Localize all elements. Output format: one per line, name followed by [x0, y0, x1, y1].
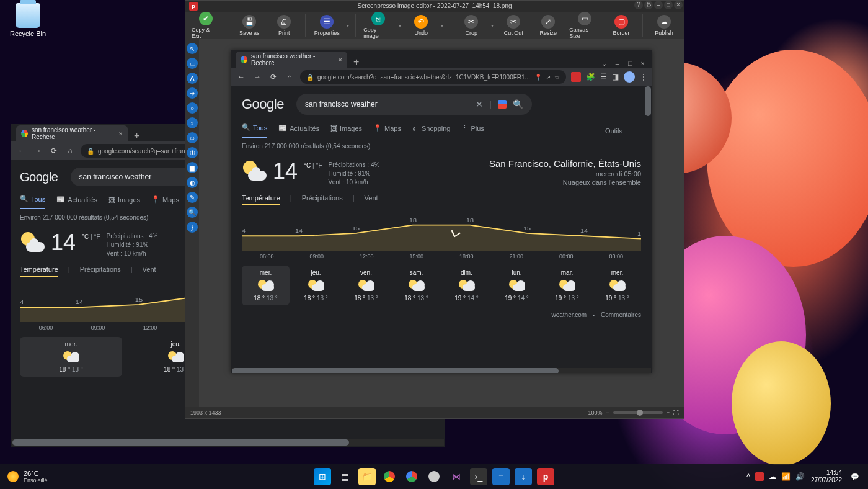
chrome-beta-button[interactable]: [425, 468, 443, 485]
subtab-wind[interactable]: Vent: [143, 266, 156, 277]
start-button[interactable]: ⊞: [314, 468, 331, 485]
day-card[interactable]: jeu. 18 ° 13 °: [292, 266, 340, 305]
tab-all[interactable]: 🔍Tous: [242, 123, 267, 138]
tab-maps[interactable]: 📍Maps: [373, 124, 401, 137]
maximize-icon[interactable]: □: [628, 60, 632, 68]
forward-button[interactable]: →: [252, 73, 263, 81]
tools-link[interactable]: Outils: [605, 127, 641, 135]
system-tray[interactable]: ^ ☁ 📶 🔊: [746, 472, 805, 481]
day-card[interactable]: dim. 19 ° 14 °: [443, 266, 490, 305]
share-icon[interactable]: ↗: [546, 74, 551, 81]
side-panel-icon[interactable]: ◨: [612, 73, 619, 81]
copy-image-button[interactable]: ⎘Copy image: [361, 11, 395, 40]
minimize-button[interactable]: –: [654, 1, 663, 9]
home-button[interactable]: ⌂: [284, 73, 295, 81]
tool-number-icon[interactable]: ①: [187, 147, 198, 158]
tool-highlight-icon[interactable]: ▆: [187, 162, 198, 173]
tool-pen-icon[interactable]: ✎: [187, 192, 198, 203]
tool-text-icon[interactable]: A: [187, 73, 198, 84]
day-card[interactable]: mar. 19 ° 13 °: [543, 266, 591, 305]
terminal-button[interactable]: ›_: [470, 468, 487, 485]
search-icon[interactable]: 🔍: [513, 99, 523, 109]
day-card[interactable]: sam. 18 ° 13 °: [392, 266, 440, 305]
subtab-wind[interactable]: Vent: [365, 194, 378, 205]
windows-taskbar[interactable]: 26°C Ensoleillé ⊞ ▤ 📁 ⋈ ›_ ≡ ↓ p ^ ☁ 📶 🔊…: [0, 464, 868, 489]
tab-images[interactable]: 🖼Images: [330, 125, 362, 137]
taskbar-clock[interactable]: 14:54 27/07/2022: [811, 469, 842, 484]
tool-brace-icon[interactable]: }: [187, 222, 198, 233]
day-card[interactable]: lun. 19 ° 14 °: [493, 266, 541, 305]
explorer-button[interactable]: 📁: [358, 468, 376, 485]
tab-news[interactable]: 📰Actualités: [56, 195, 97, 209]
profile-avatar[interactable]: [624, 71, 635, 83]
extensions-icon[interactable]: 🧩: [586, 73, 595, 81]
search-box[interactable]: san francisco weather ✕ | 🔍: [296, 94, 532, 115]
crop-button[interactable]: ✂Crop: [455, 14, 487, 37]
canvas-area[interactable]: san francisco weather - Recherc × + ⌄ – …: [199, 39, 684, 407]
resize-button[interactable]: ⤢Resize: [532, 14, 564, 37]
menu-icon[interactable]: ⋮: [640, 73, 647, 81]
zoom-in-button[interactable]: +: [666, 410, 670, 416]
unit-toggle[interactable]: °C | °F: [82, 233, 100, 240]
chevron-down-icon[interactable]: ⌄: [601, 60, 607, 68]
mic-icon[interactable]: [498, 100, 507, 109]
google-logo[interactable]: Google: [242, 96, 284, 112]
print-button[interactable]: 🖨Print: [268, 14, 300, 37]
save-as-button[interactable]: 💾Save as: [233, 14, 265, 37]
close-tab-icon[interactable]: ×: [339, 56, 342, 63]
tab-all[interactable]: 🔍Tous: [20, 195, 45, 209]
tool-pointer-icon[interactable]: ↖: [187, 43, 198, 54]
zoom-fit-button[interactable]: ⛶: [673, 410, 679, 416]
tab-more[interactable]: ⋮Plus: [461, 124, 484, 137]
subtab-temperature[interactable]: Température: [20, 266, 58, 277]
minimize-icon[interactable]: –: [616, 60, 619, 68]
dropdown-icon[interactable]: ▾: [490, 23, 495, 29]
feedback-link[interactable]: Commentaires: [601, 312, 641, 318]
volume-icon[interactable]: 🔊: [795, 472, 805, 481]
help-button[interactable]: ?: [634, 1, 643, 9]
subtab-precip[interactable]: Précipitations: [80, 266, 121, 277]
reload-button[interactable]: ⟳: [268, 73, 279, 81]
zoom-out-button[interactable]: −: [606, 410, 609, 416]
tool-rect-icon[interactable]: ▭: [187, 58, 198, 69]
star-icon[interactable]: ☆: [554, 74, 560, 81]
publish-button[interactable]: ☁Publish: [648, 14, 680, 37]
screenpresso-window[interactable]: p Screenpresso image editor - 2022-07-27…: [185, 0, 684, 419]
back-button[interactable]: ←: [16, 146, 27, 155]
google-logo[interactable]: Google: [20, 170, 58, 184]
day-card[interactable]: mer. 18 ° 13 °: [242, 266, 290, 305]
notification-icon[interactable]: 💬: [848, 473, 862, 481]
location-permission-icon[interactable]: 📍: [534, 74, 542, 81]
back-button[interactable]: ←: [236, 73, 247, 81]
dropdown-icon[interactable]: ▾: [440, 23, 445, 29]
home-button[interactable]: ⌂: [64, 146, 76, 155]
app-button-1[interactable]: ≡: [492, 468, 510, 485]
maximize-button[interactable]: □: [664, 1, 673, 9]
reload-button[interactable]: ⟳: [48, 146, 60, 155]
zoom-slider[interactable]: [613, 411, 663, 414]
tray-screenpresso-icon[interactable]: [755, 472, 764, 481]
tool-arrow-icon[interactable]: ➜: [187, 87, 198, 99]
subtab-temperature[interactable]: Température: [242, 194, 280, 205]
clear-icon[interactable]: ✕: [476, 99, 483, 109]
screenpresso-taskbar-button[interactable]: p: [537, 468, 554, 485]
copy-exit-button[interactable]: ✔Copy & Exit: [189, 11, 223, 40]
wifi-icon[interactable]: 📶: [781, 472, 790, 481]
visual-studio-button[interactable]: ⋈: [448, 468, 465, 485]
close-tab-icon[interactable]: ×: [119, 130, 123, 137]
chrome-canary-button[interactable]: [403, 468, 420, 485]
subtab-precip[interactable]: Précipitations: [302, 194, 343, 205]
reading-list-icon[interactable]: ☰: [600, 73, 607, 81]
titlebar[interactable]: p Screenpresso image editor - 2022-07-27…: [185, 1, 684, 12]
app-button-2[interactable]: ↓: [515, 468, 532, 485]
close-icon[interactable]: ×: [641, 60, 645, 68]
tool-image-icon[interactable]: ☺: [187, 132, 198, 143]
tab-shopping[interactable]: 🏷Shopping: [412, 125, 451, 137]
chrome-button[interactable]: [381, 468, 398, 485]
new-tab-button[interactable]: +: [128, 130, 146, 141]
task-view-button[interactable]: ▤: [336, 468, 353, 485]
ext-screenpresso-icon[interactable]: [571, 72, 581, 82]
tool-bulb-icon[interactable]: ♀: [187, 117, 198, 128]
properties-button[interactable]: ☰Properties: [311, 14, 343, 37]
day-card[interactable]: ven. 18 ° 13 °: [342, 266, 390, 305]
